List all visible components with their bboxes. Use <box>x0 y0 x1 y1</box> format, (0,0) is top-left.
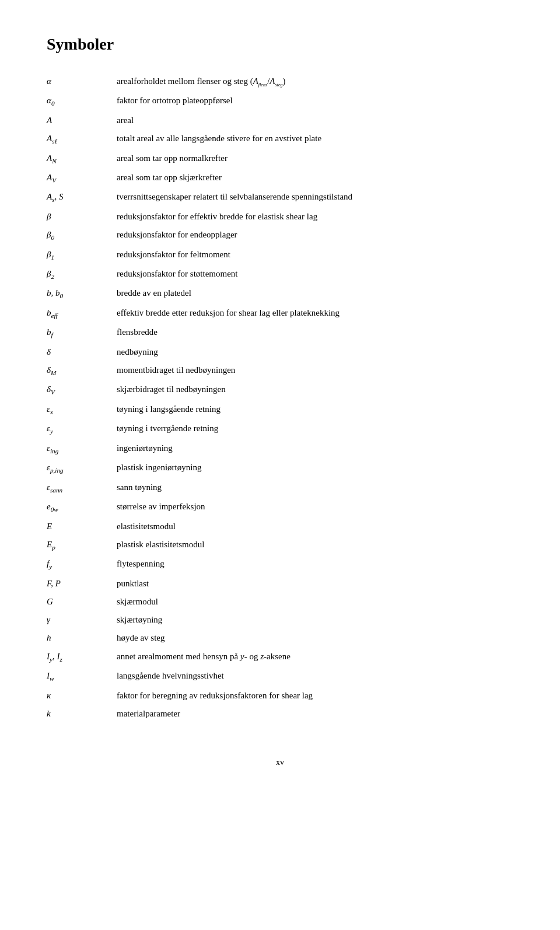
table-row: δnedbøyning <box>47 343 513 361</box>
table-row: ANareal som tar opp normalkrefter <box>47 149 513 169</box>
table-row: α0faktor for ortotrop plateoppførsel <box>47 92 513 111</box>
symbol-cell: b, b0 <box>47 284 117 303</box>
symbol-cell: εx <box>47 400 117 419</box>
table-row: εxtøyning i langsgående retning <box>47 400 513 419</box>
symbol-cell: κ <box>47 687 117 705</box>
description-cell: flytespenning <box>117 555 513 574</box>
table-row: AVareal som tar opp skjærkrefter <box>47 169 513 188</box>
symbol-cell: εsann <box>47 478 117 498</box>
page-title: Symboler <box>47 35 513 54</box>
symbol-cell: β <box>47 208 117 226</box>
symbol-cell: Iw <box>47 667 117 686</box>
symbol-cell: A <box>47 111 117 130</box>
symbol-cell: k <box>47 705 117 723</box>
description-cell: areal som tar opp skjærkrefter <box>117 169 513 188</box>
table-row: F, Ppunktlast <box>47 575 513 593</box>
description-cell: faktor for ortotrop plateoppførsel <box>117 92 513 111</box>
symbol-cell: beff <box>47 304 117 323</box>
symbol-cell: δV <box>47 380 117 400</box>
symbol-cell: G <box>47 593 117 611</box>
symbol-cell: e0w <box>47 498 117 517</box>
symbol-cell: γ <box>47 611 117 629</box>
description-cell: faktor for beregning av reduksjonsfaktor… <box>117 687 513 705</box>
table-row: εsannsann tøyning <box>47 478 513 498</box>
table-row: bfflensbredde <box>47 323 513 342</box>
symbol-cell: h <box>47 629 117 647</box>
table-row: hhøyde av steg <box>47 629 513 647</box>
table-row: γskjærtøyning <box>47 611 513 629</box>
description-cell: nedbøyning <box>117 343 513 361</box>
description-cell: elastisitetsmodul <box>117 518 513 536</box>
symbol-cell: bf <box>47 323 117 342</box>
table-row: e0wstørrelse av imperfeksjon <box>47 498 513 517</box>
table-row: Aareal <box>47 111 513 130</box>
symbol-cell: Iy, Iz <box>47 648 117 667</box>
description-cell: momentbidraget til nedbøyningen <box>117 361 513 380</box>
symbol-cell: Asℓ <box>47 130 117 149</box>
description-cell: tverrsnittsegenskaper relatert til selvb… <box>117 188 513 207</box>
table-row: αarealforholdet mellom flenser og steg (… <box>47 72 513 92</box>
description-cell: reduksjonsfaktor for effektiv bredde for… <box>117 208 513 226</box>
table-row: Eelastisitetsmodul <box>47 518 513 536</box>
description-cell: materialparameter <box>117 705 513 723</box>
table-row: beffeffektiv bredde etter reduksjon for … <box>47 304 513 323</box>
symbol-cell: εing <box>47 439 117 459</box>
symbol-cell: εp,ing <box>47 459 117 478</box>
symbol-table: αarealforholdet mellom flenser og steg (… <box>47 72 513 723</box>
table-row: Iy, Izannet arealmoment med hensyn på y-… <box>47 648 513 667</box>
symbol-cell: F, P <box>47 575 117 593</box>
table-row: β2reduksjonsfaktor for støttemoment <box>47 265 513 284</box>
table-row: Epplastisk elastisitetsmodul <box>47 536 513 555</box>
table-row: fyflytespenning <box>47 555 513 574</box>
table-row: b, b0bredde av en platedel <box>47 284 513 303</box>
symbol-cell: As, S <box>47 188 117 207</box>
description-cell: sann tøyning <box>117 478 513 498</box>
description-cell: flensbredde <box>117 323 513 342</box>
symbol-cell: AN <box>47 149 117 169</box>
symbol-cell: δM <box>47 361 117 380</box>
description-cell: plastisk ingeniørtøyning <box>117 459 513 478</box>
description-cell: arealforholdet mellom flenser og steg (A… <box>117 72 513 92</box>
table-row: εp,ingplastisk ingeniørtøyning <box>47 459 513 478</box>
description-cell: skjærbidraget til nedbøyningen <box>117 380 513 400</box>
description-cell: effektiv bredde etter reduksjon for shea… <box>117 304 513 323</box>
symbol-cell: β1 <box>47 246 117 265</box>
table-row: kmaterialparameter <box>47 705 513 723</box>
description-cell: areal <box>117 111 513 130</box>
table-row: β0reduksjonsfaktor for endeopplager <box>47 226 513 245</box>
description-cell: høyde av steg <box>117 629 513 647</box>
description-cell: reduksjonsfaktor for feltmoment <box>117 246 513 265</box>
symbol-cell: E <box>47 518 117 536</box>
symbol-cell: Ep <box>47 536 117 555</box>
description-cell: reduksjonsfaktor for endeopplager <box>117 226 513 245</box>
description-cell: punktlast <box>117 575 513 593</box>
description-cell: areal som tar opp normalkrefter <box>117 149 513 169</box>
description-cell: tøyning i tverrgående retning <box>117 419 513 439</box>
symbol-cell: fy <box>47 555 117 574</box>
table-row: εingingeniørtøyning <box>47 439 513 459</box>
symbol-cell: εy <box>47 419 117 439</box>
description-cell: skjærtøyning <box>117 611 513 629</box>
table-row: βreduksjonsfaktor for effektiv bredde fo… <box>47 208 513 226</box>
page-footer: xv <box>47 758 513 767</box>
symbol-cell: β0 <box>47 226 117 245</box>
symbol-cell: AV <box>47 169 117 188</box>
description-cell: ingeniørtøyning <box>117 439 513 459</box>
table-row: δMmomentbidraget til nedbøyningen <box>47 361 513 380</box>
description-cell: bredde av en platedel <box>117 284 513 303</box>
table-row: As, Stverrsnittsegenskaper relatert til … <box>47 188 513 207</box>
table-row: β1reduksjonsfaktor for feltmoment <box>47 246 513 265</box>
table-row: Iwlangsgående hvelvningsstivhet <box>47 667 513 686</box>
description-cell: plastisk elastisitetsmodul <box>117 536 513 555</box>
description-cell: størrelse av imperfeksjon <box>117 498 513 517</box>
table-row: εytøyning i tverrgående retning <box>47 419 513 439</box>
description-cell: reduksjonsfaktor for støttemoment <box>117 265 513 284</box>
symbol-cell: δ <box>47 343 117 361</box>
symbol-cell: α <box>47 72 117 92</box>
description-cell: tøyning i langsgående retning <box>117 400 513 419</box>
table-row: κfaktor for beregning av reduksjonsfakto… <box>47 687 513 705</box>
description-cell: totalt areal av alle langsgående stivere… <box>117 130 513 149</box>
table-row: δVskjærbidraget til nedbøyningen <box>47 380 513 400</box>
description-cell: langsgående hvelvningsstivhet <box>117 667 513 686</box>
description-cell: annet arealmoment med hensyn på y- og z-… <box>117 648 513 667</box>
